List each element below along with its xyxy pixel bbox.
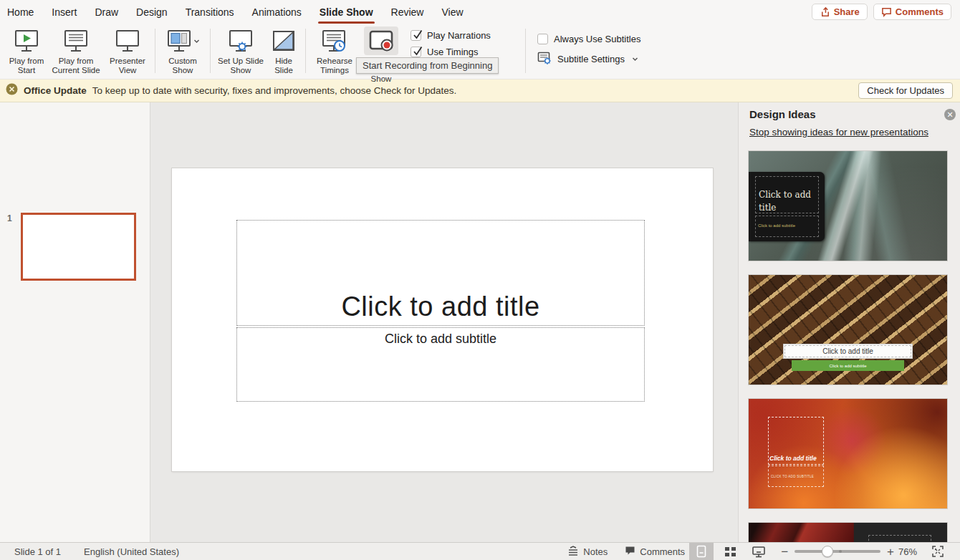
- design-thumb-subtitle-text: CLICK TO ADD SUBTITLE: [771, 475, 814, 478]
- hide-slide-label: Hide Slide: [269, 57, 299, 74]
- slide-1-thumbnail[interactable]: [21, 213, 136, 281]
- normal-view-icon: [695, 545, 708, 558]
- design-thumb-subtitle-text: Click to add subtitle: [792, 360, 904, 371]
- subtitle-settings-button[interactable]: Subtitle Settings: [537, 52, 659, 67]
- slide-sorter-view-button[interactable]: [718, 543, 742, 560]
- design-thumb-title-text: Click to add title: [769, 455, 817, 462]
- slideshow-view-button[interactable]: [747, 543, 771, 560]
- checkbox-unchecked-icon: [537, 34, 548, 44]
- record-tooltip: Start Recording from Beginning: [356, 57, 499, 74]
- use-timings-checkbox[interactable]: Use Timings: [411, 47, 518, 57]
- design-thumb-subtitle-text: Click to add subtitle: [758, 223, 795, 228]
- language-indicator[interactable]: English (United States): [84, 546, 179, 557]
- play-from-current-slide-label: Play from Current Slide: [49, 57, 102, 74]
- zoom-slider-knob[interactable]: [822, 546, 833, 557]
- design-thumb-title-box: [868, 535, 931, 542]
- powerpoint-window: Home Insert Draw Design Transitions Anim…: [0, 0, 960, 560]
- notes-icon: [567, 546, 579, 558]
- title-placeholder[interactable]: Click to add title: [236, 220, 645, 326]
- presenter-view-label: Presenter View: [107, 57, 148, 74]
- ribbon-separator: [525, 29, 526, 73]
- comments-toggle-button[interactable]: Comments: [625, 546, 685, 558]
- subtitle-settings-icon: [537, 52, 552, 67]
- notes-button[interactable]: Notes: [567, 546, 608, 558]
- comments-icon: [625, 546, 635, 558]
- comments-label: Comments: [896, 6, 944, 17]
- fit-to-window-icon: [931, 545, 944, 558]
- comments-button[interactable]: Comments: [873, 4, 951, 20]
- check-for-updates-button[interactable]: Check for Updates: [858, 82, 953, 99]
- design-thumb-subtitle-box: CLICK TO ADD SUBTITLE: [768, 465, 824, 487]
- slide-editing-area: Click to add title Click to add subtitle: [150, 102, 738, 542]
- share-label: Share: [834, 6, 860, 17]
- rehearse-timings-button[interactable]: Rehearse Timings: [312, 26, 357, 74]
- ribbon-separator: [305, 29, 306, 73]
- use-timings-label: Use Timings: [427, 47, 479, 57]
- tab-view[interactable]: View: [441, 0, 463, 24]
- rehearse-timings-label: Rehearse Timings: [312, 57, 357, 74]
- custom-show-label: Custom Show: [162, 57, 203, 74]
- design-thumb-title-text: Click to add title: [783, 344, 913, 359]
- tab-review[interactable]: Review: [391, 0, 424, 24]
- always-use-subtitles-label: Always Use Subtitles: [554, 34, 640, 44]
- office-update-banner: Office Update To keep up to date with se…: [0, 79, 960, 102]
- banner-title: Office Update: [24, 85, 87, 96]
- set-up-slide-show-button[interactable]: Set Up Slide Show: [217, 26, 264, 74]
- subtitle-settings-label: Subtitle Settings: [557, 54, 625, 64]
- design-thumbnail-dark-red-geometric[interactable]: [748, 522, 948, 542]
- subtitle-placeholder[interactable]: Click to add subtitle: [236, 327, 645, 402]
- chevron-down-icon: [193, 39, 200, 44]
- tab-draw[interactable]: Draw: [95, 0, 118, 24]
- stop-showing-ideas-link[interactable]: Stop showing ideas for new presentations: [749, 127, 928, 137]
- always-use-subtitles-checkbox[interactable]: Always Use Subtitles: [537, 34, 659, 44]
- status-bar: Slide 1 of 1 English (United States) Not…: [0, 542, 960, 560]
- banner-dismiss-icon[interactable]: [6, 83, 18, 98]
- tab-animations[interactable]: Animations: [252, 0, 302, 24]
- design-thumb-title-text: Click to add title: [759, 190, 811, 213]
- zoom-slider-detent: [839, 550, 842, 553]
- zoom-out-button[interactable]: −: [781, 546, 788, 558]
- tab-slide-show[interactable]: Slide Show: [320, 0, 373, 24]
- custom-show-icon: [162, 26, 204, 55]
- design-thumbnail-orange-bokeh[interactable]: Click to add title CLICK TO ADD SUBTITLE: [748, 398, 948, 509]
- hide-slide-button[interactable]: Hide Slide: [269, 26, 299, 74]
- slide-number: 1: [7, 213, 12, 223]
- share-icon: [820, 6, 830, 17]
- checkbox-checked-icon: [411, 30, 421, 41]
- tab-insert[interactable]: Insert: [52, 0, 77, 24]
- zoom-percent[interactable]: 76%: [894, 546, 921, 557]
- design-thumbnail-wood-maze[interactable]: Click to add title Click to add subtitle: [748, 274, 948, 385]
- play-from-current-slide-icon: [59, 26, 93, 55]
- comments-icon: [881, 6, 892, 17]
- set-up-slide-show-icon: [224, 26, 258, 55]
- record-slide-show-button[interactable]: Record Slide Show: [361, 26, 401, 84]
- design-thumbnail-dark-teal-abstract[interactable]: Click to add title Click to add subtitle: [748, 150, 948, 261]
- slide-show-ribbon: Play from Start Play from Current Slide …: [0, 24, 960, 79]
- tab-transitions[interactable]: Transitions: [186, 0, 234, 24]
- zoom-in-button[interactable]: +: [887, 546, 894, 558]
- play-narrations-label: Play Narrations: [427, 30, 491, 41]
- design-thumbnail-text-panel: Click to add title Click to add subtitle: [749, 172, 825, 241]
- fit-to-window-button[interactable]: [926, 543, 950, 560]
- rehearse-timings-icon: [317, 26, 352, 55]
- play-from-current-slide-button[interactable]: Play from Current Slide: [49, 26, 102, 74]
- presenter-view-button[interactable]: Presenter View: [107, 26, 148, 74]
- presenter-view-icon: [110, 26, 145, 55]
- close-icon[interactable]: ✕: [944, 109, 956, 120]
- tab-home[interactable]: Home: [7, 0, 34, 24]
- ribbon-separator: [155, 29, 155, 73]
- custom-show-button[interactable]: Custom Show: [162, 26, 203, 74]
- normal-view-button[interactable]: [689, 543, 714, 560]
- share-button[interactable]: Share: [812, 4, 868, 20]
- play-from-start-label: Play from Start: [8, 57, 45, 74]
- play-from-start-button[interactable]: Play from Start: [8, 26, 45, 74]
- play-from-start-icon: [9, 26, 44, 55]
- play-narrations-checkbox[interactable]: Play Narrations: [411, 30, 518, 41]
- checkbox-checked-icon: [411, 47, 421, 57]
- tab-design[interactable]: Design: [136, 0, 168, 24]
- slide-thumbnail-panel: 1: [0, 102, 150, 542]
- zoom-slider[interactable]: [795, 550, 880, 553]
- slide-canvas[interactable]: Click to add title Click to add subtitle: [172, 168, 713, 471]
- ribbon-tabs: Home Insert Draw Design Transitions Anim…: [7, 0, 464, 24]
- ribbon-tab-bar: Home Insert Draw Design Transitions Anim…: [0, 0, 960, 24]
